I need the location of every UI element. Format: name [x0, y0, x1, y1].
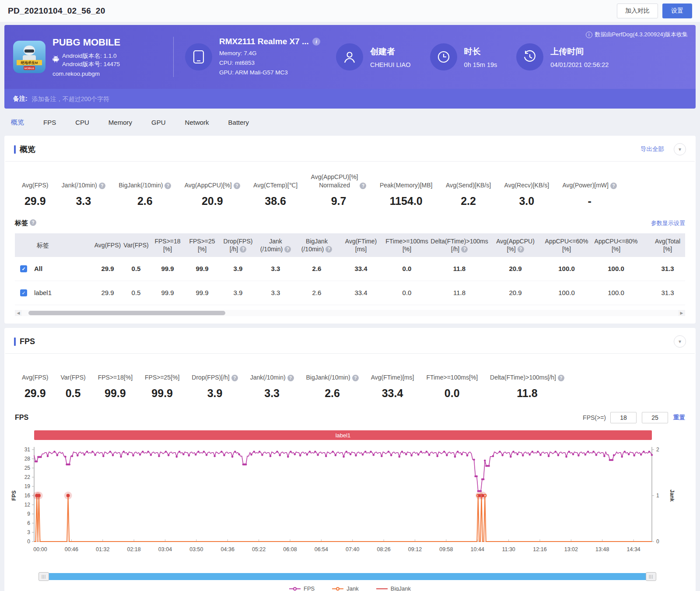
tab-Network[interactable]: Network — [185, 119, 209, 126]
help-icon[interactable]: ? — [518, 246, 524, 253]
svg-text:13:48: 13:48 — [595, 546, 609, 552]
creator-info: 创建者 CHEHUI LIAO — [336, 43, 411, 70]
column-header: 标签 — [15, 241, 94, 249]
settings-button[interactable]: 设置 — [662, 4, 692, 18]
table-cell: 11.8 — [430, 289, 488, 297]
help-icon[interactable]: ? — [231, 375, 238, 381]
device-memory: Memory: 7.4G — [219, 49, 320, 58]
svg-text:01:32: 01:32 — [96, 546, 109, 552]
upload-value: 04/01/2021 02:56:22 — [550, 61, 609, 68]
row-label-cell: ✓All — [15, 265, 94, 273]
help-icon[interactable]: ? — [461, 246, 468, 253]
param-display-settings-link[interactable]: 参数显示设置 — [651, 219, 685, 227]
reset-link[interactable]: 重置 — [673, 414, 685, 422]
svg-text:Jank: Jank — [669, 489, 675, 502]
table-cell: 100.0 — [591, 289, 641, 297]
session-banner: 绝地求生M MOBILE PUBG MOBILE Andr — [4, 25, 696, 109]
duration-info: 时长 0h 15m 19s — [430, 43, 497, 70]
help-icon[interactable]: ? — [99, 183, 105, 189]
column-header: Jank (/10min)? — [256, 237, 295, 253]
fps-chart[interactable]: 036912161922252831FPS012Jank00:0000:4601… — [4, 440, 696, 571]
slider-left-grip[interactable]: ||| — [38, 572, 49, 581]
stat-Avg(Power)[mW]: Avg(Power)[mW]?- — [562, 173, 617, 208]
row-checkbox[interactable]: ✓ — [20, 289, 27, 296]
scrollbar-thumb[interactable] — [28, 311, 225, 315]
help-icon[interactable]: ? — [558, 375, 564, 381]
fps-threshold-input-2[interactable] — [642, 412, 668, 423]
legend-item-Jank[interactable]: Jank — [332, 585, 358, 591]
row-checkbox[interactable]: ✓ — [20, 265, 27, 272]
help-icon[interactable]: ? — [360, 183, 366, 189]
table-cell: 99.9 — [150, 289, 185, 297]
column-header: FTime>=100ms [%] — [383, 237, 430, 253]
help-icon[interactable]: ? — [164, 183, 171, 189]
remark-label: 备注: — [13, 95, 28, 103]
stat-Delta(FTime)>100ms[/h]: Delta(FTime)>100ms[/h]?11.8 — [490, 365, 564, 400]
svg-text:14:34: 14:34 — [627, 546, 640, 552]
stat-Jank(/10min): Jank(/10min)?3.3 — [250, 365, 294, 400]
help-icon[interactable]: ? — [284, 246, 291, 253]
tab-FPS[interactable]: FPS — [43, 119, 56, 126]
stat-Avg(FPS): Avg(FPS)29.9 — [22, 173, 48, 208]
section-tabs: 概览FPSCPUMemoryGPUNetworkBattery — [0, 109, 700, 136]
svg-text:07:40: 07:40 — [346, 546, 359, 552]
table-cell: 29.9 — [94, 265, 122, 273]
legend-item-BigJank[interactable]: BigJank — [376, 585, 411, 591]
device-info-icon[interactable]: i — [312, 38, 320, 46]
svg-text:06:08: 06:08 — [283, 546, 297, 552]
android-icon — [52, 55, 59, 65]
tab-概览[interactable]: 概览 — [11, 118, 24, 127]
slider-right-grip[interactable]: ||| — [646, 572, 656, 581]
svg-text:25: 25 — [24, 465, 31, 471]
tab-Memory[interactable]: Memory — [108, 119, 132, 126]
svg-text:08:26: 08:26 — [377, 546, 390, 552]
svg-text:09:12: 09:12 — [408, 546, 422, 552]
help-icon[interactable]: ? — [610, 183, 617, 189]
fps-threshold-input-1[interactable] — [610, 412, 637, 423]
svg-text:31: 31 — [24, 447, 31, 453]
table-cell: 33.4 — [339, 289, 383, 297]
svg-text:16: 16 — [24, 492, 31, 499]
scroll-left-arrow[interactable]: ◀ — [15, 310, 22, 316]
phone-icon — [185, 43, 212, 70]
help-icon[interactable]: ? — [326, 246, 332, 253]
stat-Avg(FPS): Avg(FPS)29.9 — [22, 365, 48, 400]
remark-input[interactable] — [32, 95, 687, 102]
table-row-label1: ✓label129.90.599.999.93.93.32.633.40.011… — [15, 281, 685, 305]
tab-GPU[interactable]: GPU — [151, 119, 166, 126]
tab-Battery[interactable]: Battery — [228, 119, 249, 126]
column-header: AppCPU<=80% [%] — [591, 237, 641, 253]
table-cell: 100.0 — [542, 289, 591, 297]
slider-track[interactable] — [49, 573, 646, 580]
column-header: Drop(FPS) [/h]? — [220, 237, 256, 253]
scrollbar-track[interactable] — [22, 310, 678, 316]
stat-Avg(AppCPU)[%]-Normalized: Avg(AppCPU)[%] Normalized?9.7 — [311, 173, 367, 208]
stat-FPS>=25[%]: FPS>=25[%]99.9 — [145, 365, 179, 400]
fps-collapse-button[interactable]: ▾ — [674, 335, 686, 348]
help-icon[interactable]: ? — [287, 375, 294, 381]
chart-label-bar: label1 — [34, 430, 652, 440]
scroll-right-arrow[interactable]: ▶ — [678, 310, 685, 316]
svg-text:0: 0 — [656, 538, 659, 545]
svg-text:3: 3 — [27, 529, 30, 535]
column-header: Avg(FTime) [ms] — [339, 237, 383, 253]
person-icon — [336, 43, 363, 70]
table-cell: 20.9 — [488, 289, 542, 297]
overview-collapse-button[interactable]: ▾ — [674, 143, 686, 155]
svg-text:19: 19 — [24, 483, 31, 489]
upload-info: 上传时间 04/01/2021 02:56:22 — [516, 43, 609, 70]
android-version-name: Android版本名: 1.1.0 — [62, 52, 120, 60]
help-icon[interactable]: ? — [234, 183, 240, 189]
column-header: Delta(FTime)>100ms [/h]? — [430, 237, 488, 253]
help-icon[interactable]: ? — [240, 246, 246, 253]
add-compare-button[interactable]: 加入对比 — [617, 4, 658, 18]
help-icon[interactable]: ? — [352, 375, 359, 381]
svg-text:绝地求生M: 绝地求生M — [21, 61, 38, 65]
labels-table: 标签Avg(FPS)Var(FPS)FPS>=18 [%]FPS>=25 [%]… — [15, 233, 685, 305]
column-header: BigJank (/10min)? — [295, 237, 339, 253]
tab-CPU[interactable]: CPU — [75, 119, 89, 126]
legend-item-FPS[interactable]: FPS — [289, 585, 315, 591]
upload-label: 上传时间 — [550, 46, 609, 57]
export-all-link[interactable]: 导出全部 — [640, 145, 664, 153]
help-icon[interactable]: ? — [30, 219, 36, 226]
